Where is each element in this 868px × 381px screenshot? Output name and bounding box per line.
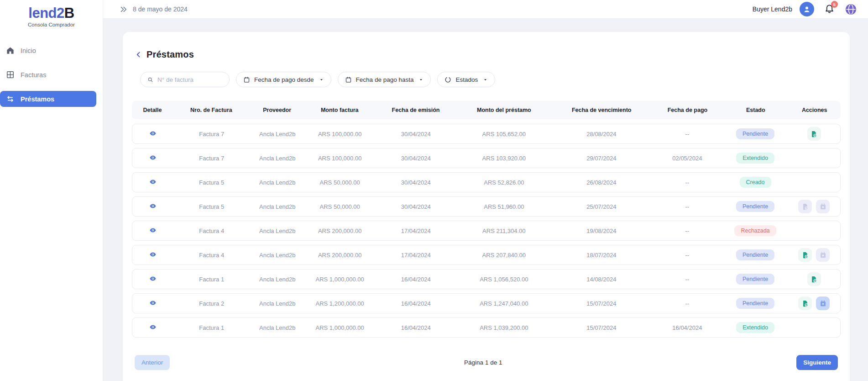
home-icon [6, 46, 15, 55]
invoice-search-field[interactable] [140, 72, 230, 87]
table-row: Factura 5 Ancla Lend2b ARS 50,000.00 30/… [132, 196, 841, 217]
collapse-sidebar-icon[interactable] [120, 5, 127, 13]
column-header: Estado [723, 107, 788, 113]
date-to-label: Fecha de pago hasta [356, 76, 414, 83]
due-date: 28/08/2024 [551, 131, 652, 138]
table-body: Factura 7 Ancla Lend2b ARS 100,000.00 30… [132, 124, 841, 338]
date-to-filter[interactable]: Fecha de pago hasta [338, 72, 431, 87]
loan-document-button[interactable] [798, 248, 812, 262]
payment-date: -- [652, 179, 722, 186]
sidebar-item-label: Facturas [21, 71, 46, 79]
loan-amount: ARS 1,039,200.00 [457, 324, 551, 331]
row-actions [788, 248, 840, 262]
search-input[interactable] [157, 76, 222, 83]
globe-icon [845, 3, 857, 16]
issue-date: 30/04/2024 [375, 203, 457, 210]
payment-date: -- [652, 228, 722, 234]
due-date: 26/08/2024 [551, 179, 652, 186]
invoice-number: Factura 1 [173, 324, 250, 331]
sidebar-item-prestamos[interactable]: Préstamos [0, 91, 96, 107]
language-globe-button[interactable] [845, 3, 857, 16]
payment-date: -- [652, 300, 722, 307]
user-avatar[interactable] [800, 2, 814, 16]
sidebar-item-facturas[interactable]: Facturas [0, 63, 103, 87]
view-detail-button[interactable] [149, 299, 157, 307]
file-check-icon [801, 203, 809, 211]
loan-document-button[interactable] [807, 127, 821, 141]
status-badge: Extendido [736, 153, 774, 164]
issue-date: 17/04/2024 [375, 228, 457, 234]
sidebar-item-label: Préstamos [21, 95, 54, 103]
search-icon [147, 76, 153, 83]
notification-count-badge: 5 [831, 1, 838, 8]
back-button[interactable] [135, 51, 142, 58]
eye-icon [149, 178, 157, 185]
table-row: Factura 4 Ancla Lend2b ARS 200,000.00 17… [132, 221, 841, 241]
calendar-plus-icon [819, 203, 827, 211]
row-actions [788, 127, 840, 141]
view-detail-button[interactable] [149, 178, 157, 185]
loan-document-button[interactable] [798, 296, 812, 310]
column-header: Detalle [132, 107, 173, 113]
view-detail-button[interactable] [149, 154, 157, 161]
date-from-label: Fecha de pago desde [254, 76, 314, 83]
loan-amount: ARS 51,960.00 [457, 203, 551, 210]
view-detail-button[interactable] [149, 130, 157, 137]
view-detail-button[interactable] [149, 275, 157, 282]
states-filter[interactable]: Estados [437, 72, 495, 87]
status-badge: Pendiente [736, 274, 774, 285]
view-detail-button[interactable] [149, 251, 157, 258]
issue-date: 30/04/2024 [375, 131, 457, 138]
logo-accent: B [64, 5, 74, 21]
status-badge: Pendiente [736, 128, 774, 139]
previous-page-button[interactable]: Anterior [135, 355, 170, 370]
sidebar-item-inicio[interactable]: Inicio [0, 38, 103, 63]
invoice-number: Factura 7 [173, 131, 250, 138]
view-detail-button[interactable] [149, 323, 157, 331]
payment-date: -- [652, 276, 722, 283]
loan-document-button[interactable] [807, 272, 821, 286]
payment-date: 02/05/2024 [652, 155, 722, 162]
column-header: Nro. de Factura [173, 107, 250, 113]
provider-name: Ancla Lend2b [250, 131, 305, 138]
provider-name: Ancla Lend2b [250, 300, 305, 307]
caret-down-icon [319, 77, 324, 82]
invoice-number: Factura 4 [173, 228, 250, 234]
swap-icon [6, 95, 15, 103]
extend-date-button[interactable] [816, 296, 830, 310]
file-check-icon [810, 275, 818, 283]
loan-amount: ARS 1,247,040.00 [457, 300, 551, 307]
loan-amount: ARS 52,826.00 [457, 179, 551, 186]
loan-document-button [798, 200, 812, 213]
calendar-plus-icon [819, 251, 827, 259]
table-row: Factura 4 Ancla Lend2b ARS 200,000.00 17… [132, 245, 841, 265]
sidebar-item-label: Inicio [21, 47, 36, 54]
next-page-button[interactable]: Siguiente [796, 355, 838, 370]
due-date: 14/08/2024 [551, 276, 652, 283]
view-detail-button[interactable] [149, 227, 157, 234]
status-badge: Rechazada [734, 225, 776, 236]
row-actions [788, 272, 840, 286]
states-label: Estados [455, 76, 478, 83]
issue-date: 30/04/2024 [375, 155, 457, 162]
status-badge: Extendido [736, 322, 774, 333]
date-from-filter[interactable]: Fecha de pago desde [236, 72, 331, 87]
notifications-button[interactable]: 5 [824, 3, 835, 16]
caret-down-icon [418, 77, 424, 82]
status-badge: Creado [740, 177, 771, 188]
invoice-amount: ARS 50,000.00 [305, 203, 375, 210]
view-detail-button[interactable] [149, 202, 157, 210]
status-badge: Pendiente [736, 249, 774, 260]
invoice-amount: ARS 100,000.00 [305, 131, 375, 138]
column-header: Fecha de pago [652, 107, 723, 113]
table-row: Factura 7 Ancla Lend2b ARS 100,000.00 30… [132, 148, 841, 168]
topbar: 8 de mayo de 2024 Buyer Lend2b 5 [103, 0, 868, 19]
column-header: Fecha de emisión [375, 107, 457, 113]
due-date: 29/07/2024 [551, 155, 652, 162]
table-header-row: DetalleNro. de FacturaProveedorMonto fac… [132, 101, 841, 119]
payment-date: -- [652, 131, 722, 138]
file-check-icon [801, 300, 809, 307]
due-date: 19/08/2024 [551, 228, 652, 234]
loan-amount: ARS 211,304.00 [457, 228, 551, 234]
provider-name: Ancla Lend2b [250, 155, 305, 162]
